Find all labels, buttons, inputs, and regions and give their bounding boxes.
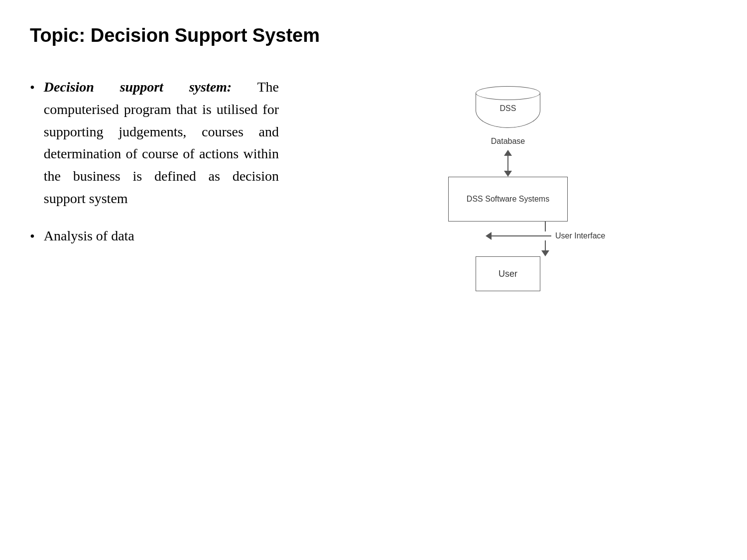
arrow-db-to-software bbox=[504, 150, 512, 177]
page-title: Topic: Decision Support System bbox=[30, 20, 717, 46]
user-label: User bbox=[498, 269, 517, 279]
arrow-with-ui-label: User Interface bbox=[428, 222, 588, 256]
database-label: Database bbox=[491, 137, 525, 146]
right-column: DSS Database DSS Software Systems bbox=[299, 76, 717, 291]
left-column: • Decision support system: The computeri… bbox=[30, 76, 279, 262]
software-label: DSS Software Systems bbox=[467, 195, 549, 204]
arrow-row-ui: User Interface bbox=[428, 222, 588, 256]
cylinder-top bbox=[476, 86, 540, 100]
dss-cylinder: DSS bbox=[476, 86, 540, 135]
bullet-dot-2: • bbox=[30, 226, 35, 247]
arrow-line-2b bbox=[545, 240, 546, 250]
bullet-text-2: Analysis of data bbox=[44, 225, 134, 247]
horizontal-arrow: User Interface bbox=[486, 231, 605, 240]
list-item: • Decision support system: The computeri… bbox=[30, 76, 279, 210]
user-box: User bbox=[476, 256, 540, 291]
italic-text-1: Decision support system: bbox=[44, 79, 232, 95]
user-interface-label: User Interface bbox=[551, 231, 605, 240]
content-area: • Decision support system: The computeri… bbox=[30, 76, 717, 291]
arrow-down-head-2 bbox=[541, 250, 549, 256]
bullet-text-1: Decision support system: The computerise… bbox=[44, 76, 279, 210]
dss-label: DSS bbox=[500, 104, 516, 113]
bullet-list: • Decision support system: The computeri… bbox=[30, 76, 279, 247]
arrow-vertical-ui: User Interface bbox=[486, 222, 605, 256]
arrow-up-head bbox=[504, 150, 512, 156]
list-item: • Analysis of data bbox=[30, 225, 279, 247]
arrow-line-2a bbox=[545, 222, 546, 231]
arrow-down-head-1 bbox=[504, 171, 512, 177]
horiz-line bbox=[492, 235, 551, 236]
arrow-left-head bbox=[486, 232, 492, 240]
arrow-line-1 bbox=[507, 156, 508, 171]
normal-text-1: The computerised program that is utilise… bbox=[44, 79, 279, 206]
dss-diagram: DSS Database DSS Software Systems bbox=[428, 86, 588, 291]
bullet-dot-1: • bbox=[30, 77, 35, 98]
software-systems-box: DSS Software Systems bbox=[448, 177, 568, 222]
